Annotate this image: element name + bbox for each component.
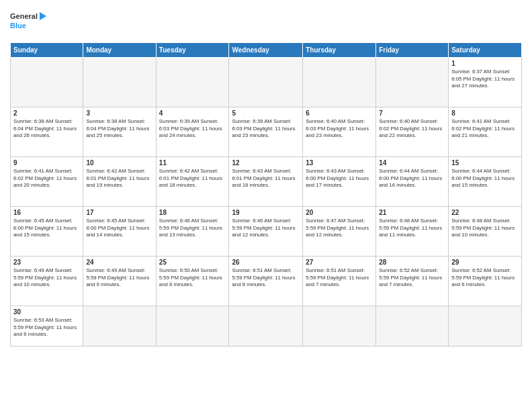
- week-row-1: 2Sunrise: 6:38 AM Sunset: 6:04 PM Daylig…: [11, 107, 522, 157]
- weekday-header-tuesday: Tuesday: [156, 43, 229, 58]
- day-number: 29: [451, 259, 519, 266]
- day-number: 18: [159, 209, 226, 216]
- day-info: Sunrise: 6:44 AM Sunset: 6:00 PM Dayligh…: [451, 168, 519, 189]
- calendar-cell: 27Sunrise: 6:51 AM Sunset: 5:59 PM Dayli…: [303, 257, 376, 306]
- day-info: Sunrise: 6:52 AM Sunset: 5:59 PM Dayligh…: [451, 267, 519, 289]
- calendar-cell: [376, 306, 449, 347]
- calendar-cell: [156, 306, 229, 347]
- day-number: 12: [232, 159, 300, 167]
- day-info: Sunrise: 6:43 AM Sunset: 6:01 PM Dayligh…: [232, 168, 300, 189]
- calendar-cell: 1Sunrise: 6:37 AM Sunset: 6:05 PM Daylig…: [449, 58, 522, 107]
- day-info: Sunrise: 6:40 AM Sunset: 6:02 PM Dayligh…: [379, 118, 445, 140]
- calendar-cell: 9Sunrise: 6:41 AM Sunset: 6:02 PM Daylig…: [11, 157, 83, 207]
- calendar-cell: 5Sunrise: 6:39 AM Sunset: 6:03 PM Daylig…: [229, 107, 303, 157]
- day-number: 17: [86, 209, 152, 216]
- weekday-header-thursday: Thursday: [303, 43, 376, 58]
- day-info: Sunrise: 6:45 AM Sunset: 6:00 PM Dayligh…: [13, 218, 80, 239]
- day-info: Sunrise: 6:46 AM Sunset: 5:59 PM Dayligh…: [232, 218, 300, 239]
- week-row-0: 1Sunrise: 6:37 AM Sunset: 6:05 PM Daylig…: [11, 58, 522, 107]
- day-info: Sunrise: 6:42 AM Sunset: 6:01 PM Dayligh…: [159, 168, 226, 189]
- day-number: 15: [451, 159, 519, 167]
- day-number: 19: [232, 209, 300, 216]
- calendar-cell: 30Sunrise: 6:53 AM Sunset: 5:59 PM Dayli…: [11, 306, 83, 347]
- svg-marker-2: [40, 12, 46, 20]
- calendar-cell: [376, 58, 449, 107]
- weekday-header-sunday: Sunday: [11, 43, 83, 58]
- calendar-cell: 3Sunrise: 6:38 AM Sunset: 6:04 PM Daylig…: [83, 107, 156, 157]
- day-info: Sunrise: 6:48 AM Sunset: 5:59 PM Dayligh…: [379, 218, 445, 239]
- day-number: 3: [86, 109, 152, 117]
- day-info: Sunrise: 6:39 AM Sunset: 6:03 PM Dayligh…: [159, 118, 226, 140]
- day-info: Sunrise: 6:45 AM Sunset: 6:00 PM Dayligh…: [86, 218, 152, 239]
- weekday-header-row: SundayMondayTuesdayWednesdayThursdayFrid…: [11, 43, 522, 58]
- calendar-cell: 19Sunrise: 6:46 AM Sunset: 5:59 PM Dayli…: [229, 207, 303, 257]
- calendar-cell: 29Sunrise: 6:52 AM Sunset: 5:59 PM Dayli…: [449, 257, 522, 306]
- logo: General Blue: [10, 7, 47, 37]
- calendar-cell: 16Sunrise: 6:45 AM Sunset: 6:00 PM Dayli…: [11, 207, 83, 257]
- calendar-cell: 25Sunrise: 6:50 AM Sunset: 5:59 PM Dayli…: [156, 257, 229, 306]
- calendar-cell: 12Sunrise: 6:43 AM Sunset: 6:01 PM Dayli…: [229, 157, 303, 207]
- day-number: 14: [379, 159, 445, 167]
- day-info: Sunrise: 6:44 AM Sunset: 6:00 PM Dayligh…: [379, 168, 445, 189]
- day-number: 2: [13, 109, 80, 117]
- day-number: 5: [232, 109, 300, 117]
- weekday-header-monday: Monday: [83, 43, 156, 58]
- calendar-cell: [303, 58, 376, 107]
- day-number: 28: [379, 259, 445, 266]
- svg-text:General: General: [10, 12, 38, 20]
- calendar-cell: [229, 306, 303, 347]
- day-info: Sunrise: 6:39 AM Sunset: 6:03 PM Dayligh…: [232, 118, 300, 140]
- day-number: 9: [13, 159, 80, 167]
- weekday-header-saturday: Saturday: [449, 43, 522, 58]
- week-row-4: 23Sunrise: 6:49 AM Sunset: 5:59 PM Dayli…: [11, 257, 522, 306]
- week-row-5: 30Sunrise: 6:53 AM Sunset: 5:59 PM Dayli…: [11, 306, 522, 347]
- day-number: 30: [13, 308, 80, 316]
- day-number: 13: [306, 159, 373, 167]
- day-number: 11: [159, 159, 226, 167]
- day-number: 27: [306, 259, 373, 266]
- day-info: Sunrise: 6:52 AM Sunset: 5:59 PM Dayligh…: [379, 267, 445, 289]
- day-info: Sunrise: 6:46 AM Sunset: 5:59 PM Dayligh…: [159, 218, 226, 239]
- day-info: Sunrise: 6:40 AM Sunset: 6:03 PM Dayligh…: [306, 118, 373, 140]
- day-info: Sunrise: 6:43 AM Sunset: 6:00 PM Dayligh…: [306, 168, 373, 189]
- day-info: Sunrise: 6:42 AM Sunset: 6:01 PM Dayligh…: [86, 168, 152, 189]
- day-info: Sunrise: 6:51 AM Sunset: 5:59 PM Dayligh…: [306, 267, 373, 289]
- calendar-cell: 13Sunrise: 6:43 AM Sunset: 6:00 PM Dayli…: [303, 157, 376, 207]
- calendar-cell: 23Sunrise: 6:49 AM Sunset: 5:59 PM Dayli…: [11, 257, 83, 306]
- weekday-header-friday: Friday: [376, 43, 449, 58]
- header: General Blue: [10, 7, 522, 37]
- day-number: 16: [13, 209, 80, 216]
- week-row-3: 16Sunrise: 6:45 AM Sunset: 6:00 PM Dayli…: [11, 207, 522, 257]
- day-number: 21: [379, 209, 445, 216]
- day-number: 20: [306, 209, 373, 216]
- day-number: 4: [159, 109, 226, 117]
- day-info: Sunrise: 6:38 AM Sunset: 6:04 PM Dayligh…: [13, 118, 80, 140]
- calendar-cell: [303, 306, 376, 347]
- day-info: Sunrise: 6:41 AM Sunset: 6:02 PM Dayligh…: [13, 168, 80, 189]
- day-number: 25: [159, 259, 226, 266]
- day-number: 7: [379, 109, 445, 117]
- calendar-cell: 17Sunrise: 6:45 AM Sunset: 6:00 PM Dayli…: [83, 207, 156, 257]
- calendar-cell: [449, 306, 522, 347]
- calendar-cell: 18Sunrise: 6:46 AM Sunset: 5:59 PM Dayli…: [156, 207, 229, 257]
- calendar-cell: [83, 58, 156, 107]
- day-info: Sunrise: 6:49 AM Sunset: 5:59 PM Dayligh…: [86, 267, 152, 289]
- day-number: 8: [451, 109, 519, 117]
- day-number: 24: [86, 259, 152, 266]
- day-number: 1: [451, 60, 519, 67]
- day-number: 26: [232, 259, 300, 266]
- day-info: Sunrise: 6:37 AM Sunset: 6:05 PM Dayligh…: [451, 68, 519, 90]
- calendar-cell: 14Sunrise: 6:44 AM Sunset: 6:00 PM Dayli…: [376, 157, 449, 207]
- calendar-cell: [229, 58, 303, 107]
- calendar-cell: 15Sunrise: 6:44 AM Sunset: 6:00 PM Dayli…: [449, 157, 522, 207]
- calendar-cell: 26Sunrise: 6:51 AM Sunset: 5:59 PM Dayli…: [229, 257, 303, 306]
- calendar-cell: [11, 58, 83, 107]
- logo-svg: General Blue: [10, 7, 47, 37]
- weekday-header-wednesday: Wednesday: [229, 43, 303, 58]
- day-info: Sunrise: 6:38 AM Sunset: 6:04 PM Dayligh…: [86, 118, 152, 140]
- day-number: 22: [451, 209, 519, 216]
- calendar-cell: 11Sunrise: 6:42 AM Sunset: 6:01 PM Dayli…: [156, 157, 229, 207]
- calendar-cell: [156, 58, 229, 107]
- calendar-cell: 4Sunrise: 6:39 AM Sunset: 6:03 PM Daylig…: [156, 107, 229, 157]
- calendar-cell: 6Sunrise: 6:40 AM Sunset: 6:03 PM Daylig…: [303, 107, 376, 157]
